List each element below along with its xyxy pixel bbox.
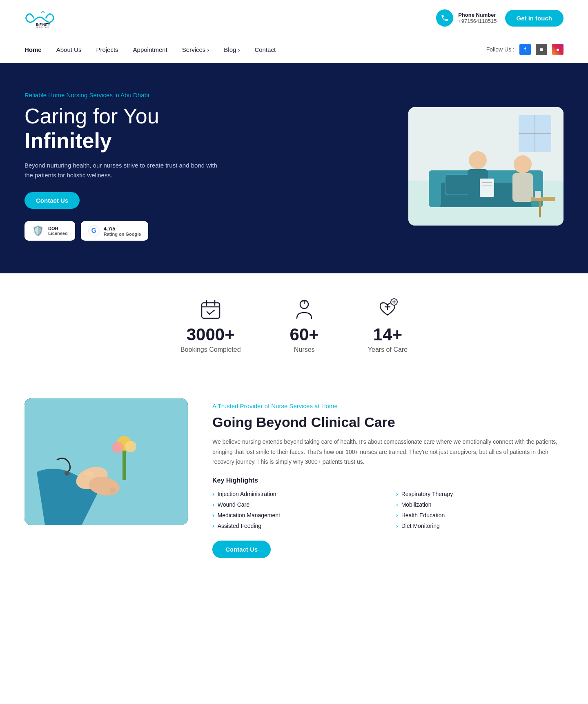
highlights-title: Key Highlights: [212, 477, 564, 484]
nurse-icon: [293, 298, 316, 321]
google-icon: G: [88, 225, 100, 237]
phone-number: +971564118515: [458, 18, 497, 24]
follow-label: Follow Us :: [486, 46, 514, 53]
svg-point-12: [514, 155, 532, 173]
nav-projects[interactable]: Projects: [96, 46, 118, 53]
google-rating-badge: G 4.7/5 Rating on Google: [81, 221, 149, 241]
nav-right: Follow Us : f ■ ●: [486, 44, 564, 55]
highlight-2: › Wound Care: [212, 501, 380, 508]
nav-appointment[interactable]: Appointment: [133, 46, 167, 53]
svg-rect-9: [429, 170, 441, 207]
about-title: Going Beyond Clinical Care: [212, 414, 564, 430]
twitter-icon[interactable]: ■: [536, 44, 547, 55]
stat-bookings-label: Bookings Completed: [180, 346, 241, 353]
svg-point-38: [125, 441, 136, 452]
hero-photo: [408, 107, 564, 226]
svg-rect-19: [531, 197, 555, 201]
about-illustration: [24, 398, 188, 525]
svg-point-14: [469, 151, 487, 169]
hero-title: Caring for You Infinitely: [24, 104, 220, 153]
svg-rect-35: [122, 447, 126, 480]
svg-rect-11: [445, 174, 470, 195]
calendar-check-icon: [199, 298, 222, 321]
chevron-icon-3: ›: [396, 501, 398, 508]
hero-subtitle: Reliable Home Nursing Services in Abu Dh…: [24, 92, 220, 98]
services-chevron-icon: ›: [207, 46, 209, 53]
svg-point-41: [65, 471, 69, 476]
blog-chevron-icon: ›: [238, 46, 240, 53]
about-section: A Trusted Provider of Nurse Services at …: [0, 374, 588, 591]
highlights-grid: › Injection Administration › Respiratory…: [212, 491, 564, 529]
highlight-0: › Injection Administration: [212, 491, 380, 497]
chevron-icon-5: ›: [396, 512, 398, 519]
instagram-icon[interactable]: ●: [552, 44, 564, 55]
top-bar: INFINITY HEALTH CARE Phone Number +97156…: [0, 0, 588, 36]
contact-cta-area: Phone Number +971564118515 Get in touch: [436, 9, 564, 27]
hero-description: Beyond nurturing health, our nurses stri…: [24, 161, 220, 181]
svg-point-37: [112, 442, 123, 453]
highlight-7: › Diet Monitoring: [396, 523, 564, 529]
highlight-5: › Health Education: [396, 512, 564, 519]
chevron-icon-1: ›: [396, 491, 398, 497]
svg-rect-21: [535, 191, 541, 198]
chevron-icon-2: ›: [212, 501, 214, 508]
about-description: We believe nursing extends beyond taking…: [212, 437, 564, 467]
logo-icon: INFINITY HEALTH CARE: [24, 6, 61, 30]
stat-nurses-label: Nurses: [290, 346, 319, 353]
phone-label: Phone Number: [458, 12, 497, 18]
stat-bookings: 3000+ Bookings Completed: [180, 298, 241, 353]
nav-about[interactable]: About Us: [56, 46, 82, 53]
logo[interactable]: INFINITY HEALTH CARE: [24, 6, 61, 30]
stat-nurses: 60+ Nurses: [290, 298, 319, 353]
heart-medical-icon: [376, 298, 399, 321]
chevron-icon-0: ›: [212, 491, 214, 497]
hero-illustration: [408, 107, 564, 226]
about-image: [24, 398, 188, 525]
nav-contact[interactable]: Contact: [254, 46, 276, 53]
stat-bookings-number: 3000+: [180, 325, 241, 344]
facebook-icon[interactable]: f: [519, 44, 531, 55]
svg-rect-16: [480, 179, 494, 197]
chevron-icon-7: ›: [396, 523, 398, 529]
doh-badge: 🛡️ DOH Licensed: [24, 221, 75, 241]
svg-text:HEALTH CARE: HEALTH CARE: [36, 27, 49, 29]
chevron-icon-6: ›: [212, 523, 214, 529]
nav-home[interactable]: Home: [24, 46, 42, 53]
highlight-3: › Mobilization: [396, 501, 564, 508]
about-content: A Trusted Provider of Nurse Services at …: [212, 398, 564, 558]
stats-section: 3000+ Bookings Completed 60+ Nurses 14+ …: [0, 273, 588, 374]
hero-image: [408, 107, 564, 226]
svg-rect-13: [512, 173, 533, 202]
hero-section: Reliable Home Nursing Services in Abu Dh…: [0, 63, 588, 273]
nav-links: Home About Us Projects Appointment Servi…: [24, 46, 276, 53]
highlight-6: › Assisted Feeding: [212, 523, 380, 529]
hero-content: Reliable Home Nursing Services in Abu Dh…: [24, 92, 220, 241]
nav-services[interactable]: Services ›: [182, 46, 209, 53]
phone-details: Phone Number +971564118515: [458, 12, 497, 24]
stat-years-number: 14+: [368, 325, 408, 344]
stat-nurses-number: 60+: [290, 325, 319, 344]
highlight-1: › Respiratory Therapy: [396, 491, 564, 497]
stat-years-label: Years of Care: [368, 346, 408, 353]
hero-contact-button[interactable]: Contact Us: [24, 192, 80, 209]
phone-block: Phone Number +971564118515: [436, 9, 497, 27]
svg-rect-20: [539, 201, 541, 217]
nav-blog[interactable]: Blog ›: [224, 46, 240, 53]
navigation: Home About Us Projects Appointment Servi…: [0, 36, 588, 63]
highlight-4: › Medication Management: [212, 512, 380, 519]
get-in-touch-button[interactable]: Get in touch: [505, 10, 564, 27]
about-contact-button[interactable]: Contact Us: [212, 541, 271, 558]
phone-icon: [436, 9, 453, 27]
hero-badges: 🛡️ DOH Licensed G 4.7/5 Rating on Google: [24, 221, 220, 241]
svg-text:INFINITY: INFINITY: [36, 23, 51, 27]
svg-rect-22: [202, 303, 220, 318]
doh-icon: 🛡️: [32, 225, 44, 237]
stat-years: 14+ Years of Care: [368, 298, 408, 353]
chevron-icon-4: ›: [212, 512, 214, 519]
about-subtitle: A Trusted Provider of Nurse Services at …: [212, 402, 564, 409]
